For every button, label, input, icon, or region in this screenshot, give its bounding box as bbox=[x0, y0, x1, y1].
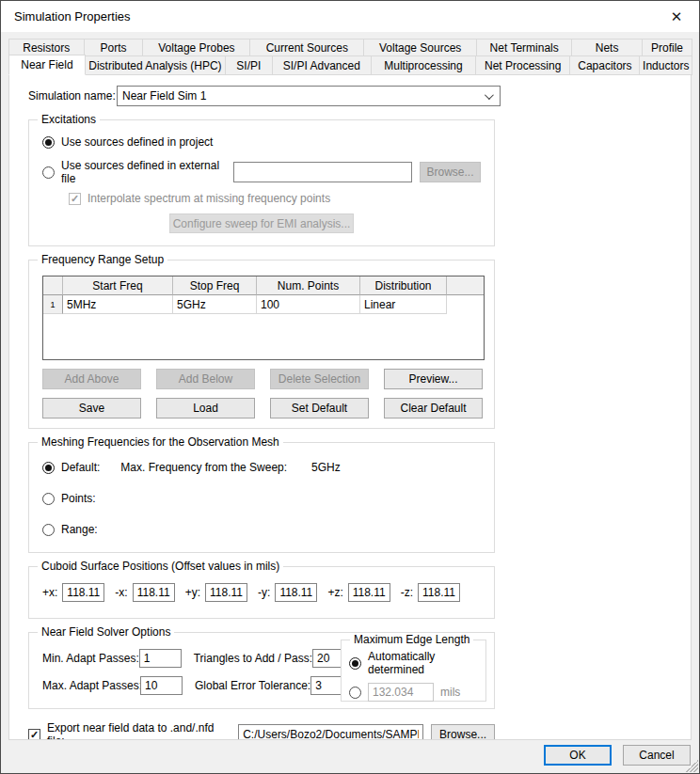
header-filler-cell bbox=[447, 276, 484, 295]
num-points-cell[interactable]: 100 bbox=[257, 295, 360, 314]
plus-x-input[interactable] bbox=[62, 583, 104, 602]
resize-grip[interactable] bbox=[686, 760, 698, 772]
mesh-default-label: Default: bbox=[61, 461, 100, 474]
load-button[interactable]: Load bbox=[156, 398, 255, 419]
plus-y-input[interactable] bbox=[205, 583, 247, 602]
tab-multiprocessing[interactable]: Multiprocessing bbox=[371, 56, 476, 75]
minus-z-label: -z: bbox=[401, 586, 413, 599]
window-title: Simulation Properties bbox=[14, 9, 131, 24]
max-adapt-input[interactable] bbox=[140, 676, 183, 695]
radio-checked-icon[interactable] bbox=[349, 657, 361, 670]
tab-sipi[interactable]: SI/PI bbox=[225, 56, 273, 75]
export-browse-button[interactable]: Browse... bbox=[431, 724, 495, 740]
max-edge-length-group: Maximum Edge Length Automatically determ… bbox=[341, 640, 486, 702]
minus-x-input[interactable] bbox=[133, 583, 175, 602]
tab-voltage-probes[interactable]: Voltage Probes bbox=[142, 39, 250, 56]
minus-x-label: -x: bbox=[115, 586, 127, 599]
edge-length-input bbox=[368, 683, 434, 702]
tab-strip: Resistors Ports Voltage Probes Current S… bbox=[8, 39, 692, 75]
interpolate-spectrum-option: Interpolate spectrum at missing frequenc… bbox=[69, 192, 481, 205]
radio-checked-icon[interactable] bbox=[42, 136, 55, 149]
minus-y-input[interactable] bbox=[275, 583, 317, 602]
header-distribution[interactable]: Distribution bbox=[360, 276, 447, 295]
configure-sweep-button: Configure sweep for EMI analysis... bbox=[169, 213, 354, 233]
use-project-sources-option[interactable]: Use sources defined in project bbox=[42, 135, 481, 149]
cancel-button[interactable]: Cancel bbox=[623, 745, 691, 766]
export-label: Export near field data to .and/.nfd file… bbox=[47, 721, 229, 740]
save-button[interactable]: Save bbox=[42, 398, 141, 419]
simulation-name-value: Near Field Sim 1 bbox=[122, 89, 206, 103]
edge-auto-option: Automatically determined bbox=[349, 650, 478, 676]
start-freq-cell[interactable]: 5MHz bbox=[63, 295, 173, 314]
stop-freq-cell[interactable]: 5GHz bbox=[173, 295, 257, 314]
excitations-group: Excitations Use sources defined in proje… bbox=[28, 119, 495, 246]
tab-net-processing[interactable]: Net Processing bbox=[475, 56, 570, 75]
close-icon[interactable]: ✕ bbox=[665, 6, 688, 28]
ok-button[interactable]: OK bbox=[544, 745, 612, 766]
tab-inductors[interactable]: Inductors bbox=[639, 56, 692, 75]
cuboid-group: Cuboid Surface Positions (Offset values … bbox=[28, 566, 495, 619]
simulation-name-combobox[interactable]: Near Field Sim 1 bbox=[117, 86, 501, 106]
max-freq-sweep-label: Max. Frequency from the Sweep: bbox=[120, 461, 287, 474]
tab-ports[interactable]: Ports bbox=[84, 39, 144, 56]
simulation-name-label: Simulation name: bbox=[28, 89, 117, 103]
tab-current-sources[interactable]: Current Sources bbox=[249, 39, 364, 56]
solver-options-group: Near Field Solver Options Min. Adapt Pas… bbox=[28, 632, 495, 709]
simulation-properties-dialog: Simulation Properties ✕ Resistors Ports … bbox=[0, 0, 700, 774]
cuboid-fields-row: +x: -x: +y: -y: bbox=[42, 583, 481, 602]
frequency-table-buttons: Add Above Add Below Delete Selection Pre… bbox=[42, 369, 481, 419]
tab-voltage-sources[interactable]: Voltage Sources bbox=[363, 39, 477, 56]
tab-sipi-advanced[interactable]: SI/PI Advanced bbox=[272, 56, 372, 75]
export-path-input[interactable] bbox=[238, 724, 423, 740]
delete-selection-button: Delete Selection bbox=[270, 369, 369, 389]
set-default-button[interactable]: Set Default bbox=[270, 398, 369, 419]
use-external-file-option: Use sources defined in external file Bro… bbox=[42, 159, 481, 185]
tab-capacitors[interactable]: Capacitors bbox=[569, 56, 640, 75]
mesh-range-option: Range: bbox=[42, 523, 481, 536]
dialog-footer: OK Cancel bbox=[1, 739, 699, 773]
row-number-cell[interactable]: 1 bbox=[43, 295, 63, 314]
max-adapt-label: Max. Adapt Passes: bbox=[42, 679, 140, 692]
mesh-range-label: Range: bbox=[61, 523, 98, 536]
plus-x-label: +x: bbox=[42, 586, 57, 599]
radio-unchecked-icon[interactable] bbox=[42, 166, 55, 179]
plus-z-input[interactable] bbox=[348, 583, 390, 602]
header-corner-cell bbox=[43, 276, 63, 295]
tab-distributed-analysis[interactable]: Distributed Analysis (HPC) bbox=[85, 56, 226, 75]
header-stop-freq[interactable]: Stop Freq bbox=[173, 276, 257, 295]
cuboid-field-mx: -x: bbox=[115, 583, 174, 602]
cuboid-field-mz: -z: bbox=[401, 583, 460, 602]
max-freq-sweep-value: 5GHz bbox=[311, 461, 341, 474]
max-edge-length-legend: Maximum Edge Length bbox=[350, 633, 473, 646]
minus-z-input[interactable] bbox=[418, 583, 460, 602]
frequency-table[interactable]: Start Freq Stop Freq Num. Points Distrib… bbox=[42, 276, 485, 360]
tab-profile[interactable]: Profile bbox=[642, 39, 692, 56]
cuboid-field-px: +x: bbox=[42, 583, 104, 602]
solver-options-legend: Near Field Solver Options bbox=[38, 625, 174, 639]
simulation-name-row: Simulation name: Near Field Sim 1 bbox=[28, 86, 501, 106]
distribution-cell[interactable]: Linear bbox=[360, 295, 447, 314]
export-checkbox[interactable] bbox=[28, 729, 40, 741]
footer-buttons: OK Cancel bbox=[544, 745, 691, 766]
radio-checked-icon[interactable] bbox=[42, 462, 55, 474]
use-project-sources-label: Use sources defined in project bbox=[61, 135, 213, 149]
radio-unchecked-icon[interactable] bbox=[349, 687, 361, 699]
external-file-input[interactable] bbox=[233, 162, 412, 182]
radio-unchecked-icon[interactable] bbox=[42, 524, 55, 536]
radio-unchecked-icon[interactable] bbox=[42, 493, 55, 505]
header-start-freq[interactable]: Start Freq bbox=[63, 276, 173, 295]
tab-nets[interactable]: Nets bbox=[571, 39, 643, 56]
tab-net-terminals[interactable]: Net Terminals bbox=[476, 39, 572, 56]
min-adapt-input[interactable] bbox=[139, 649, 182, 668]
preview-button[interactable]: Preview... bbox=[384, 369, 483, 389]
chevron-down-icon bbox=[485, 90, 494, 100]
table-row[interactable]: 1 5MHz 5GHz 100 Linear bbox=[43, 295, 484, 314]
solver-row-2: Max. Adapt Passes: Global Error Toleranc… bbox=[42, 676, 325, 695]
interpolate-spectrum-label: Interpolate spectrum at missing frequenc… bbox=[88, 192, 330, 205]
tab-row-1: Resistors Ports Voltage Probes Current S… bbox=[8, 39, 692, 56]
clear-default-button[interactable]: Clear Default bbox=[384, 398, 483, 419]
use-external-file-label: Use sources defined in external file bbox=[61, 159, 224, 185]
header-num-points[interactable]: Num. Points bbox=[257, 276, 360, 295]
tab-near-field[interactable]: Near Field bbox=[8, 55, 86, 75]
edge-auto-label: Automatically determined bbox=[368, 650, 478, 676]
